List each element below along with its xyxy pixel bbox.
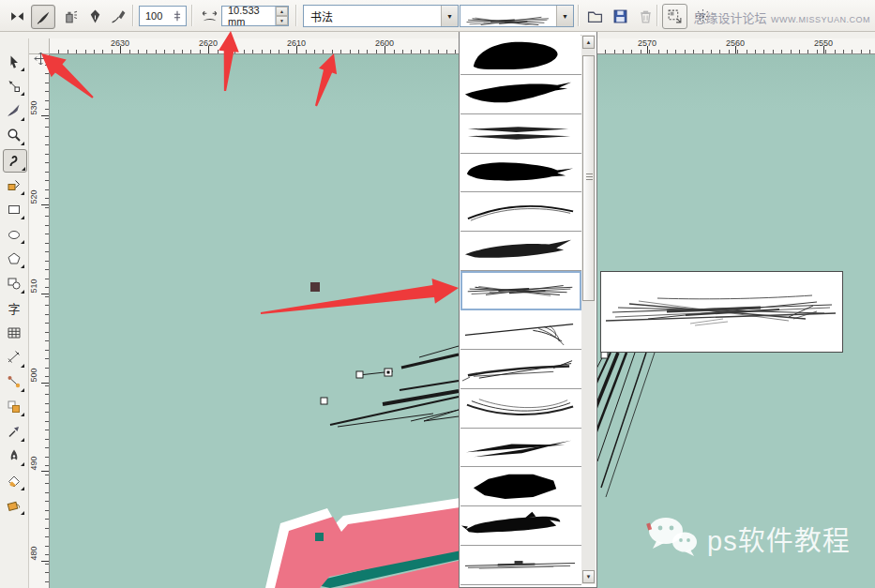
flyout-indicator-icon bbox=[21, 413, 24, 416]
flyout-indicator-icon bbox=[21, 92, 24, 96]
brush-category-combo[interactable]: 书法 ▼ bbox=[303, 5, 459, 27]
h-ruler-major-tick bbox=[120, 46, 121, 53]
text-tool[interactable]: 字 bbox=[3, 297, 25, 319]
scatter-button[interactable] bbox=[691, 5, 714, 27]
eyedropper-tool[interactable] bbox=[3, 421, 25, 443]
vertical-ruler[interactable]: 530520510500490480 bbox=[28, 53, 50, 588]
brush-item-scratch-lines[interactable] bbox=[460, 271, 581, 310]
flyout-indicator-icon bbox=[21, 117, 24, 121]
stroke-width-spinner[interactable]: ▲▼ bbox=[275, 7, 288, 25]
border-offset-button[interactable] bbox=[662, 4, 687, 29]
smoothing-slider-icon[interactable] bbox=[171, 9, 184, 23]
h-ruler-major-tick bbox=[385, 46, 385, 53]
brush-item-curve-hairs[interactable] bbox=[460, 389, 581, 429]
watermark-text: ps软件教程 bbox=[707, 519, 851, 558]
fill-tool[interactable] bbox=[3, 470, 25, 491]
flyout-indicator-icon bbox=[21, 68, 24, 71]
table-tool[interactable] bbox=[3, 322, 25, 343]
brush-item-diamond-blob[interactable] bbox=[460, 467, 581, 506]
v-ruler-label: 500 bbox=[29, 368, 38, 382]
v-ruler-major-tick bbox=[41, 115, 49, 116]
ruler-origin-icon[interactable] bbox=[34, 52, 48, 69]
v-ruler-major-tick bbox=[41, 561, 49, 562]
brush-item-hairline-fan[interactable] bbox=[460, 310, 581, 350]
toolbox: 字 bbox=[0, 38, 29, 588]
artistic-media-brush-button[interactable] bbox=[31, 5, 55, 29]
crop-tool[interactable] bbox=[3, 100, 25, 122]
brush-item-bold-stroke[interactable] bbox=[460, 232, 581, 271]
brush-item-twin-points[interactable] bbox=[460, 429, 581, 468]
coreldraw-window: 100 10.533 mm ▲▼ 书法 ▼ ▼ 思缘设计论坛 WWW.MISSY… bbox=[0, 0, 875, 588]
brush-stroke-combo[interactable]: ▼ bbox=[460, 5, 574, 27]
stroke-width-value: 10.533 mm bbox=[222, 5, 275, 27]
zoom-tool[interactable] bbox=[3, 125, 25, 146]
flyout-indicator-icon bbox=[22, 167, 25, 171]
flyout-indicator-icon bbox=[21, 290, 24, 294]
flyout-indicator-icon bbox=[21, 216, 24, 219]
brush-item-scratch-hairs[interactable] bbox=[460, 350, 581, 389]
brush-item-blob-drop[interactable] bbox=[460, 36, 581, 75]
artistic-media-calligraphic-button[interactable] bbox=[83, 5, 106, 27]
selected-stroke-preview bbox=[460, 7, 556, 25]
stroke-width-icon bbox=[198, 5, 220, 27]
v-ruler-major-tick bbox=[41, 383, 49, 384]
h-ruler-major-tick bbox=[296, 46, 297, 53]
v-ruler-label: 510 bbox=[29, 279, 38, 293]
toolbar-separator bbox=[656, 5, 658, 26]
scroll-up-icon[interactable]: ▲ bbox=[582, 36, 595, 49]
browse-button[interactable] bbox=[583, 5, 606, 27]
brand-watermark: 思缘设计论坛 WWW.MISSYUAN.COM bbox=[694, 8, 870, 26]
scrollbar-grip bbox=[586, 173, 593, 182]
freehand-tool[interactable] bbox=[3, 149, 27, 173]
stroke-width-input[interactable]: 10.533 mm ▲▼ bbox=[221, 6, 289, 26]
ellipse-tool[interactable] bbox=[3, 223, 25, 245]
connector-tool[interactable] bbox=[3, 371, 25, 393]
brush-item-thin-scratch[interactable] bbox=[460, 546, 581, 585]
rectangle-tool[interactable] bbox=[3, 199, 25, 220]
artistic-media-sprayer-button[interactable] bbox=[58, 5, 81, 27]
outline-pen-tool[interactable] bbox=[3, 445, 25, 467]
flyout-indicator-icon bbox=[21, 364, 24, 368]
scrollbar-thumb[interactable] bbox=[582, 55, 595, 301]
dimension-tool[interactable] bbox=[3, 347, 25, 369]
scroll-down-icon[interactable]: ▼ bbox=[582, 570, 595, 583]
freehand-smoothing-input[interactable]: 100 bbox=[139, 6, 187, 26]
brush-stroke-dropdown-list: ▲ ▼ bbox=[459, 31, 597, 588]
v-ruler-label: 530 bbox=[29, 100, 38, 114]
h-ruler-major-tick bbox=[823, 46, 824, 53]
brush-item-thin-arc[interactable] bbox=[460, 192, 581, 232]
brush-item-fish-stroke[interactable] bbox=[460, 506, 581, 546]
v-ruler-major-tick bbox=[41, 204, 49, 205]
scrollbar[interactable]: ▲ ▼ bbox=[581, 35, 596, 584]
pick-tool[interactable] bbox=[3, 51, 25, 72]
artistic-media-pressure-button[interactable] bbox=[107, 5, 129, 27]
blend-tool[interactable] bbox=[3, 396, 25, 417]
flyout-indicator-icon bbox=[21, 487, 24, 490]
delete-button[interactable] bbox=[634, 5, 656, 27]
v-ruler-label: 520 bbox=[29, 189, 38, 204]
toolbar-separator bbox=[191, 5, 193, 26]
toolbar-separator bbox=[578, 5, 580, 26]
v-ruler-label: 480 bbox=[29, 546, 38, 560]
smart-fill-tool[interactable] bbox=[3, 174, 25, 196]
flyout-indicator-icon bbox=[21, 511, 24, 515]
spin-down-icon[interactable]: ▼ bbox=[276, 16, 288, 25]
flyout-indicator-icon bbox=[21, 388, 24, 392]
chevron-down-icon[interactable]: ▼ bbox=[441, 6, 458, 26]
v-ruler-label: 490 bbox=[29, 456, 38, 470]
brush-item-flat-swoosh[interactable] bbox=[460, 75, 581, 114]
brush-item-double-bar[interactable] bbox=[460, 114, 581, 154]
polygon-tool[interactable] bbox=[3, 248, 25, 269]
interactive-fill-tool[interactable] bbox=[3, 494, 25, 516]
save-button[interactable] bbox=[609, 5, 631, 27]
brush-item-teardrop-tail[interactable] bbox=[460, 154, 581, 193]
wechat-watermark: ps软件教程 bbox=[645, 514, 851, 563]
spin-up-icon[interactable]: ▲ bbox=[276, 7, 288, 16]
artistic-media-presets-button[interactable] bbox=[6, 5, 28, 27]
basic-shapes-tool[interactable] bbox=[3, 273, 25, 294]
flyout-indicator-icon bbox=[21, 264, 24, 268]
chevron-down-icon[interactable]: ▼ bbox=[556, 6, 573, 26]
property-bar: 100 10.533 mm ▲▼ 书法 ▼ ▼ 思缘设计论坛 WWW.MISSY… bbox=[0, 0, 875, 32]
shape-tool[interactable] bbox=[3, 75, 25, 97]
toolbar-separator bbox=[132, 5, 134, 26]
